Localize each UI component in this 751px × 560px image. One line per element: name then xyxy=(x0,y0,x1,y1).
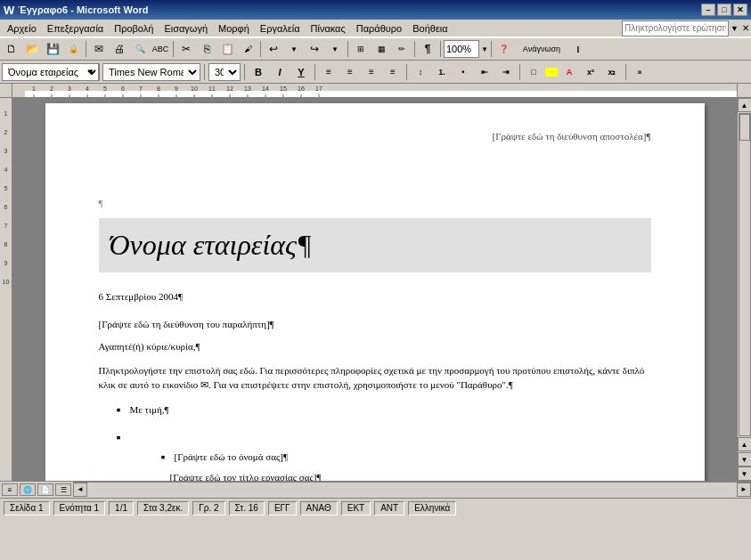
menu-tools[interactable]: Εργαλεία xyxy=(255,21,306,36)
menu-file[interactable]: Αρχείο xyxy=(2,21,42,36)
format-painter-button[interactable]: 🖌 xyxy=(238,39,257,59)
spellcheck-button[interactable]: ABC xyxy=(151,39,170,59)
redo-dropdown-button[interactable]: ▼ xyxy=(325,39,345,59)
close-button[interactable]: ✕ xyxy=(733,4,747,16)
search-arrow-icon[interactable]: ▼ xyxy=(731,24,739,33)
scroll-right-button[interactable]: ► xyxy=(737,483,751,497)
scroll-up-button[interactable]: ▲ xyxy=(738,98,752,112)
align-left-button[interactable]: ≡ xyxy=(319,62,339,82)
scroll-thumb[interactable] xyxy=(739,114,750,141)
svg-text:16: 16 xyxy=(298,85,305,92)
menu-help[interactable]: Βοήθεια xyxy=(407,21,453,36)
record-mode[interactable]: ΕΓΓ xyxy=(268,501,297,515)
title-bar-controls: – □ ✕ xyxy=(701,4,747,16)
zoom-input[interactable] xyxy=(444,40,479,58)
separator6 xyxy=(440,41,441,57)
help-search-input[interactable] xyxy=(622,20,729,37)
scroll-prev-page-button[interactable]: ▲ xyxy=(738,437,752,451)
menu-table[interactable]: Πίνακας xyxy=(306,21,351,36)
help-button[interactable]: ❓ xyxy=(494,39,514,59)
more-buttons[interactable]: » xyxy=(630,62,649,82)
bullets-button[interactable]: • xyxy=(453,62,473,82)
open-button[interactable]: 📂 xyxy=(22,39,42,59)
zoom-dropdown-icon[interactable]: ▼ xyxy=(481,45,488,53)
outside-border-button[interactable]: □ xyxy=(524,62,543,82)
normal-view-button[interactable]: ≡ xyxy=(2,483,18,496)
style-select[interactable]: Όνομα εταιρείας xyxy=(2,63,100,81)
undo-dropdown-button[interactable]: ▼ xyxy=(284,39,304,59)
font-color-button[interactable]: A xyxy=(559,62,579,82)
superscript-button[interactable]: x² xyxy=(581,62,600,82)
italic-button[interactable]: Ι xyxy=(270,62,290,82)
font-select[interactable]: Times New Roman xyxy=(102,63,200,81)
align-center-button[interactable]: ≡ xyxy=(340,62,360,82)
content-area: 1 2 3 4 5 6 7 8 9 10 [Γράψτε εδώ τη διεύ… xyxy=(0,98,751,481)
read-button[interactable]: Ανάγνωση xyxy=(515,39,568,59)
section-status: Ενότητα 1 xyxy=(53,501,106,515)
minimize-button[interactable]: – xyxy=(701,4,715,16)
drawing-button[interactable]: ✏ xyxy=(392,39,412,59)
vertical-scrollbar[interactable]: ▲ ▲ ▼ ▼ xyxy=(737,98,751,481)
justify-button[interactable]: ≡ xyxy=(383,62,403,82)
separator5 xyxy=(414,41,415,57)
undo-button[interactable]: ↩ xyxy=(264,39,283,59)
menu-format[interactable]: Μορφή xyxy=(213,21,255,36)
fmt-sep6 xyxy=(519,64,520,80)
print-view-button[interactable]: 📄 xyxy=(37,483,53,496)
paste-button[interactable]: 📋 xyxy=(217,39,237,59)
underline-button[interactable]: Υ xyxy=(291,62,311,82)
extend-mode[interactable]: ΕΚΤ xyxy=(341,501,371,515)
horizontal-scrollbar[interactable]: ◄ ► xyxy=(73,482,751,496)
insert-table-button[interactable]: ⊞ xyxy=(351,39,371,59)
cut-button[interactable]: ✂ xyxy=(176,39,196,59)
show-hide-button[interactable]: ¶ xyxy=(418,39,437,59)
permission-button[interactable]: 🔒 xyxy=(63,39,83,59)
scroll-track[interactable] xyxy=(739,113,751,436)
style-dropdown-icon[interactable]: ▼ xyxy=(87,68,94,76)
help-search-box: ▼ ✕ xyxy=(622,20,749,37)
track-changes-mode[interactable]: ΑΝΑΘ xyxy=(300,501,338,515)
email-button[interactable]: ✉ xyxy=(89,39,109,59)
highlight-button[interactable] xyxy=(545,68,558,77)
overtype-mode[interactable]: ΑΝΤ xyxy=(374,501,404,515)
signature-block: ▪ [Γράψτε εδώ το όνομά σας]¶ [Γράψτε εδώ… xyxy=(143,450,651,481)
menu-insert[interactable]: Εισαγωγή xyxy=(159,21,213,36)
scroll-down-button[interactable]: ▼ xyxy=(738,467,752,481)
line-spacing-button[interactable]: ↕ xyxy=(411,62,430,82)
columns-button[interactable]: ⫿ xyxy=(569,39,589,59)
fmt-sep1 xyxy=(98,64,99,80)
outline-view-button[interactable]: ☰ xyxy=(55,483,71,496)
menu-edit[interactable]: Επεξεργασία xyxy=(42,21,109,36)
maximize-button[interactable]: □ xyxy=(717,4,731,16)
web-view-button[interactable]: 🌐 xyxy=(20,483,36,496)
ruler-inner: 1 2 3 4 5 6 7 8 9 10 11 12 13 1 xyxy=(25,84,737,97)
print-preview-button[interactable]: 🔍 xyxy=(130,39,150,59)
menu-window[interactable]: Παράθυρο xyxy=(351,21,407,36)
copy-button[interactable]: ⎘ xyxy=(197,39,216,59)
insert-columns-button[interactable]: ▦ xyxy=(371,39,391,59)
language-status[interactable]: Ελληνικά xyxy=(408,501,456,515)
size-select[interactable]: 30 xyxy=(208,63,241,81)
svg-text:7: 7 xyxy=(139,85,143,92)
scroll-next-page-button[interactable]: ▼ xyxy=(738,452,752,467)
h-scroll-track[interactable] xyxy=(87,483,737,496)
print-button[interactable]: 🖨 xyxy=(110,39,129,59)
scroll-left-button[interactable]: ◄ xyxy=(73,483,87,497)
redo-button[interactable]: ↪ xyxy=(305,39,324,59)
align-right-button[interactable]: ≡ xyxy=(362,62,381,82)
decrease-indent-button[interactable]: ⇤ xyxy=(475,62,494,82)
svg-rect-1 xyxy=(25,91,737,98)
document-scroll-area[interactable]: [Γράψτε εδώ τη διεύθυνση αποστολέα]¶ ¶ Ό… xyxy=(12,98,737,481)
page-status: Σελίδα 1 xyxy=(4,501,50,515)
title-bar-left: W Έγγραφο6 - Microsoft Word xyxy=(4,4,148,17)
close-help-icon[interactable]: ✕ xyxy=(742,23,749,33)
save-button[interactable]: 💾 xyxy=(43,39,62,59)
numbering-button[interactable]: 1. xyxy=(432,62,452,82)
menu-view[interactable]: Προβολή xyxy=(109,21,159,36)
subscript-button[interactable]: x₂ xyxy=(602,62,622,82)
bold-button[interactable]: Β xyxy=(249,62,268,82)
increase-indent-button[interactable]: ⇥ xyxy=(496,62,516,82)
svg-text:6: 6 xyxy=(121,85,125,92)
paragraph-mark-1: ¶ xyxy=(99,197,651,210)
new-button[interactable]: 🗋 xyxy=(2,39,21,59)
